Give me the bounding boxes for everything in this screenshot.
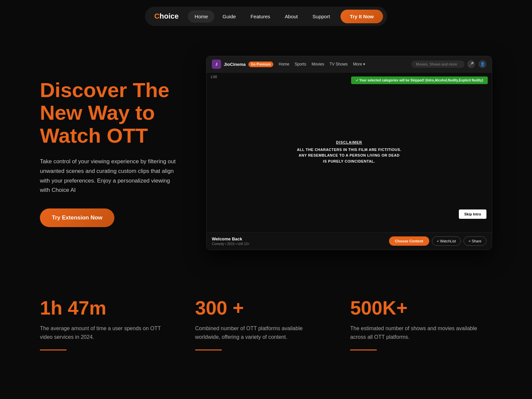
stat-shows-line: [350, 349, 377, 350]
nav-guide[interactable]: Guide: [216, 10, 242, 23]
mockup-nav-sports: Sports: [295, 62, 306, 66]
mockup-nav-more: More ▾: [353, 62, 365, 66]
hero-section: Discover The New Way to Watch OTT Take c…: [0, 29, 532, 270]
skip-intro-button[interactable]: Skip Intro: [459, 209, 486, 219]
user-icon: 👤: [478, 60, 486, 68]
stat-platforms-line: [195, 349, 222, 350]
stat-shows: 500K+ The estimated number of shows and …: [337, 297, 492, 350]
mockup-search-area: Movies, Shows and more 🎤 👤: [411, 60, 486, 68]
nav-support[interactable]: Support: [306, 10, 337, 23]
stat-platforms: 300 + Combined number of OTT platforms a…: [182, 297, 337, 350]
stat-platforms-desc: Combined number of OTT platforms availab…: [195, 324, 324, 341]
mic-icon: 🎤: [467, 60, 475, 68]
hero-description: Take control of your viewing experience …: [40, 157, 180, 196]
navbar-cta-button[interactable]: Try It Now: [340, 10, 383, 23]
stats-section: 1h 47m The average amount of time a user…: [0, 270, 532, 370]
stat-time: 1h 47m The average amount of time a user…: [40, 297, 182, 350]
mockup-nav: Home Sports Movies TV Shows More ▾: [279, 62, 365, 66]
mockup-nav-movies: Movies: [312, 62, 324, 66]
platform-name: JioCinema: [224, 62, 246, 67]
jio-icon: J: [212, 60, 221, 69]
mockup-header-icons: 🎤 👤: [467, 60, 486, 68]
mockup-search-bar[interactable]: Movies, Shows and more: [411, 61, 465, 68]
disclaimer-overlay: DISCLAIMER ALL THE CHARACTERS IN THIS FI…: [297, 140, 401, 165]
video-timestamp: 1:00: [210, 75, 217, 79]
footer-actions: Choose Content + WatchList < Share: [389, 236, 486, 246]
hero-content: Discover The New Way to Watch OTT Take c…: [40, 79, 180, 227]
nav-home[interactable]: Home: [188, 10, 214, 23]
navbar: Choice Home Guide Features About Support…: [0, 0, 532, 29]
platform-logo: J JioCinema Go Premium: [212, 60, 273, 69]
stat-platforms-value: 300 +: [195, 297, 324, 319]
premium-badge[interactable]: Go Premium: [248, 62, 273, 67]
brand-logo[interactable]: Choice: [149, 9, 184, 23]
mockup-footer: Welcome Back Comedy • 2015 • U/A 13+ Cho…: [206, 232, 492, 250]
hero-title: Discover The New Way to Watch OTT: [40, 79, 180, 147]
stat-time-desc: The average amount of time a user spends…: [40, 324, 169, 341]
share-button[interactable]: < Share: [464, 236, 486, 246]
skip-banner: ✓ Your selected categories will be Skipp…: [351, 76, 488, 84]
hero-cta-button[interactable]: Try Extension Now: [40, 208, 114, 227]
mockup-nav-tvshows: TV Shows: [330, 62, 348, 66]
choose-content-button[interactable]: Choose Content: [389, 236, 429, 246]
footer-title-area: Welcome Back Comedy • 2015 • U/A 13+: [212, 236, 249, 246]
stat-shows-desc: The estimated number of shows and movies…: [350, 324, 479, 341]
nav-features[interactable]: Features: [244, 10, 277, 23]
app-mockup: J JioCinema Go Premium Home Sports Movie…: [206, 56, 492, 250]
mockup-video-area: 1:00 ✓ Your selected categories will be …: [206, 72, 492, 232]
stat-shows-value: 500K+: [350, 297, 479, 319]
stat-time-line: [40, 349, 66, 350]
footer-title: Welcome Back: [212, 236, 249, 241]
footer-meta: Comedy • 2015 • U/A 13+: [212, 242, 249, 246]
navbar-inner: Choice Home Guide Features About Support…: [145, 7, 387, 26]
stat-time-value: 1h 47m: [40, 297, 169, 319]
disclaimer-title: DISCLAIMER: [297, 140, 401, 144]
mockup-nav-home: Home: [279, 62, 289, 66]
watchlist-button[interactable]: + WatchList: [432, 236, 461, 246]
nav-about[interactable]: About: [278, 10, 305, 23]
mockup-header: J JioCinema Go Premium Home Sports Movie…: [206, 56, 492, 72]
video-inner: 1:00 ✓ Your selected categories will be …: [206, 72, 492, 232]
disclaimer-body: ALL THE CHARACTERS IN THIS FILM ARE FICT…: [297, 147, 401, 165]
